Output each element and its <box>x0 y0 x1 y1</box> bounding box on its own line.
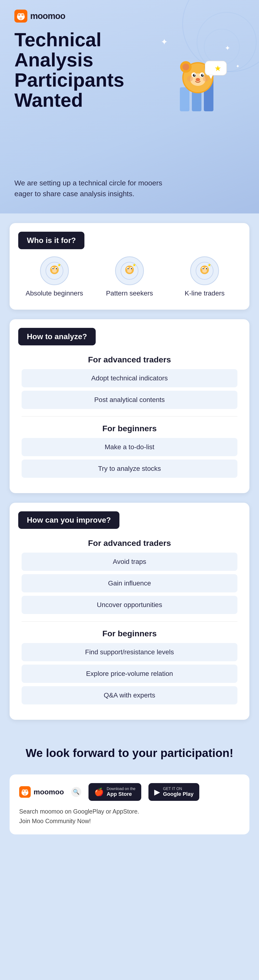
audience-grid: ★ Absolute beginners ★ Pattern seekers <box>10 256 249 310</box>
svg-point-53 <box>202 269 207 273</box>
mascot-illustration: ★ <box>160 54 233 126</box>
svg-point-16 <box>183 64 189 70</box>
svg-point-61 <box>23 791 24 791</box>
item-analyze-stocks: Try to analyze stocks <box>22 460 237 478</box>
app-store-small: Download on the <box>107 786 135 791</box>
pattern-label: Pattern seekers <box>106 289 153 298</box>
beginners-avatar: ★ <box>40 256 69 285</box>
footer-top: moomoo 🔍 🍎 Download on the App Store ▶ G… <box>19 783 240 801</box>
hero-section: moomoo Technical Analysis Participants W… <box>0 0 259 213</box>
svg-rect-9 <box>180 87 189 111</box>
svg-point-36 <box>56 268 57 269</box>
footer-logo-icon <box>19 786 31 798</box>
improve-divider <box>22 621 237 622</box>
app-store-large: App Store <box>107 791 135 797</box>
svg-point-8 <box>19 17 22 19</box>
svg-text:★: ★ <box>132 262 136 267</box>
analyze-header: How to analyze? <box>18 328 96 345</box>
improve-header: How can you improve? <box>18 511 119 529</box>
svg-point-21 <box>193 74 196 77</box>
svg-point-45 <box>127 269 132 273</box>
item-uncover-opportunities: Uncover opportunities <box>22 596 237 614</box>
analyze-divider <box>22 416 237 417</box>
hero-subtitle: We are setting up a technical circle for… <box>14 178 178 199</box>
footer-desc-line2: Join Moo Community Now! <box>19 818 91 824</box>
who-section: Who is it for? ★ Absolute beginners <box>10 223 249 310</box>
analyze-content: For advanced traders Adopt technical ind… <box>10 355 249 493</box>
svg-point-23 <box>194 74 195 76</box>
beginners-heading-analyze: For beginners <box>22 424 237 433</box>
footer-description: Search moomoo on GooglePlay or AppStore.… <box>19 807 240 826</box>
improve-section: How can you improve? For advanced trader… <box>10 503 249 720</box>
svg-point-7 <box>22 14 23 15</box>
advanced-traders-heading-analyze: For advanced traders <box>22 355 237 364</box>
kline-avatar: ★ <box>190 256 219 285</box>
sparkle-icon-3: ✦ <box>236 63 240 69</box>
app-store-button[interactable]: 🍎 Download on the App Store <box>89 783 141 801</box>
svg-point-52 <box>206 268 207 269</box>
audience-item-kline: ★ K-line traders <box>170 256 240 298</box>
google-play-large: Google Play <box>163 791 194 797</box>
audience-item-pattern: ★ Pattern seekers <box>94 256 165 298</box>
svg-text:★: ★ <box>57 262 61 267</box>
svg-point-43 <box>127 268 129 269</box>
footer-logo-text: moomoo <box>33 788 64 796</box>
svg-point-6 <box>19 14 20 15</box>
app-store-text: Download on the App Store <box>107 786 135 797</box>
item-post-analytical: Post analytical contents <box>22 391 237 409</box>
item-price-volume: Explore price-volume relation <box>22 665 237 683</box>
hero-content: Technical Analysis Participants Wanted ✦… <box>14 30 245 199</box>
pattern-avatar: ★ <box>115 256 144 285</box>
kline-label: K-line traders <box>185 289 225 298</box>
footer-search-icon[interactable]: 🔍 <box>71 787 81 797</box>
beginners-heading-improve: For beginners <box>22 629 237 638</box>
item-support-resistance: Find support/resistance levels <box>22 643 237 661</box>
forward-section: We look forward to your participation! <box>0 729 259 775</box>
svg-point-26 <box>187 76 193 81</box>
hero-title: Technical Analysis Participants Wanted <box>14 30 178 110</box>
svg-point-22 <box>201 74 204 77</box>
item-avoid-traps: Avoid traps <box>22 553 237 571</box>
svg-point-37 <box>52 269 57 273</box>
footer-desc-line1: Search moomoo on GooglePlay or AppStore. <box>19 808 139 815</box>
svg-text:★: ★ <box>215 64 221 73</box>
svg-text:★: ★ <box>207 262 211 267</box>
beginners-label: Absolute beginners <box>25 289 83 298</box>
footer: moomoo 🔍 🍎 Download on the App Store ▶ G… <box>10 775 249 834</box>
svg-point-27 <box>203 76 209 81</box>
footer-logo: moomoo <box>19 786 64 798</box>
svg-point-62 <box>26 791 27 791</box>
item-qa-experts: Q&A with experts <box>22 686 237 705</box>
improve-content: For advanced traders Avoid traps Gain in… <box>10 538 249 720</box>
google-play-small: GET IT ON <box>163 786 194 791</box>
google-play-text: GET IT ON Google Play <box>163 786 194 797</box>
svg-point-63 <box>24 793 26 794</box>
svg-point-44 <box>131 268 132 269</box>
item-adopt-indicators: Adopt technical indicators <box>22 369 237 387</box>
apple-icon: 🍎 <box>94 788 104 797</box>
logo-text: moomoo <box>30 11 65 21</box>
google-play-button[interactable]: ▶ GET IT ON Google Play <box>148 783 199 801</box>
google-play-icon: ▶ <box>154 788 160 797</box>
svg-point-25 <box>196 78 200 81</box>
forward-text: We look forward to your participation! <box>14 746 245 760</box>
svg-point-24 <box>202 74 203 76</box>
who-header: Who is it for? <box>18 232 84 249</box>
moomoo-logo-icon <box>14 10 27 22</box>
analyze-section: How to analyze? For advanced traders Ado… <box>10 319 249 493</box>
audience-item-beginners: ★ Absolute beginners <box>19 256 89 298</box>
advanced-traders-heading-improve: For advanced traders <box>22 538 237 548</box>
item-gain-influence: Gain influence <box>22 574 237 592</box>
item-todo-list: Make a to-do-list <box>22 438 237 456</box>
sparkle-icon-2: ✦ <box>225 44 230 52</box>
svg-point-35 <box>52 268 54 269</box>
svg-point-51 <box>203 268 204 269</box>
